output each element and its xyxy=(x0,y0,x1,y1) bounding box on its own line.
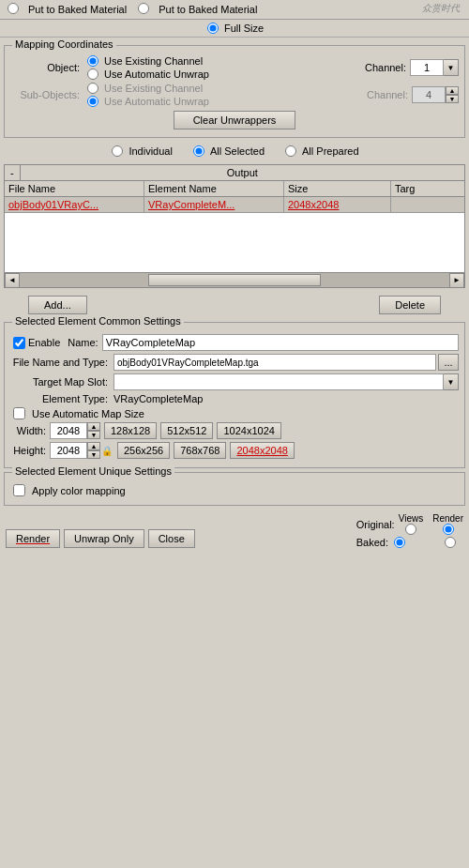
unique-settings-title: Selected Element Unique Settings xyxy=(12,465,174,477)
output-collapse-btn[interactable]: - xyxy=(5,165,20,180)
channel-down2[interactable]: ▼ xyxy=(446,95,459,103)
add-button[interactable]: Add... xyxy=(28,296,87,314)
all-prepared-option: All Prepared xyxy=(283,145,359,157)
enable-checkbox[interactable] xyxy=(13,337,25,349)
output-section: - Output File Name Element Name Size Tar… xyxy=(4,164,465,288)
name-input[interactable] xyxy=(102,334,459,351)
use-existing-radio2[interactable] xyxy=(87,83,98,94)
all-selected-radio[interactable] xyxy=(193,145,204,157)
filename-input[interactable] xyxy=(113,354,436,371)
mapping-coordinates-section: Mapping Coordinates Object: Use Existing… xyxy=(4,45,465,138)
element-type-row: Element Type: VRayCompleteMap xyxy=(10,393,459,404)
full-size-radio[interactable] xyxy=(207,23,219,34)
channel-up2[interactable]: ▲ xyxy=(446,86,459,95)
size-128x128[interactable]: 128x128 xyxy=(104,422,157,439)
baked-material-label2: Put to Baked Material xyxy=(159,4,257,15)
radio-baked2 xyxy=(136,3,151,16)
filename-value: objBody01VRayC... xyxy=(8,199,98,210)
size-256x256[interactable]: 256x256 xyxy=(117,442,170,459)
views-render-section: Original: Views Render Baked: xyxy=(356,513,463,548)
target-map-label: Target Map Slot: xyxy=(10,376,113,388)
render-label: Render xyxy=(432,513,463,524)
channel-box1: Channel: 1 ▼ xyxy=(365,59,459,76)
individual-radio[interactable] xyxy=(112,145,123,157)
channel-arrow1[interactable]: ▼ xyxy=(444,59,459,76)
baked-label: Baked: xyxy=(356,537,388,548)
size-1024x1024[interactable]: 1024x1024 xyxy=(217,422,280,439)
size-512x512[interactable]: 512x512 xyxy=(160,422,213,439)
use-existing-channel-row2: Use Existing Channel xyxy=(85,83,367,94)
height-up[interactable]: ▲ xyxy=(87,442,100,450)
channel-spinner2: ▲ ▼ xyxy=(446,86,459,103)
render-button[interactable]: Render xyxy=(6,529,60,548)
width-up[interactable]: ▲ xyxy=(87,422,100,431)
horizontal-scrollbar[interactable]: ◄ ► xyxy=(4,273,465,288)
height-down[interactable]: ▼ xyxy=(87,450,100,459)
width-label: Width: xyxy=(10,425,50,436)
clear-unwrappers-wrap: Clear Unwrappers xyxy=(10,111,459,129)
row-filename: objBody01VRayC... xyxy=(5,197,144,212)
individual-option: Individual xyxy=(110,145,172,157)
original-render-radio[interactable] xyxy=(443,524,454,535)
auto-map-size-row: Use Automatic Map Size xyxy=(10,407,459,419)
watermark: 众赏时代 xyxy=(422,2,460,15)
col-elementname: Element Name xyxy=(144,181,284,196)
clear-unwrappers-button[interactable]: Clear Unwrappers xyxy=(174,111,296,129)
original-label: Original: xyxy=(356,519,395,530)
auto-map-size-label: Use Automatic Map Size xyxy=(32,408,144,419)
enable-label: Enable xyxy=(28,337,60,348)
unwrap-only-button[interactable]: Unwrap Only xyxy=(64,529,144,548)
row-elementname: VRayCompleteM... xyxy=(144,197,284,212)
row-target xyxy=(391,197,464,212)
channel-label1: Channel: xyxy=(365,62,406,73)
apply-color-row: Apply color mapping xyxy=(10,484,459,496)
width-input[interactable] xyxy=(50,422,87,439)
all-prepared-radio[interactable] xyxy=(285,145,296,157)
selection-row: Individual All Selected All Prepared xyxy=(0,142,469,160)
file-browse-button[interactable]: ... xyxy=(438,354,459,371)
apply-color-checkbox[interactable] xyxy=(13,484,25,496)
all-selected-label: All Selected xyxy=(210,145,265,157)
object-row: Object: Use Existing Channel Use Automat… xyxy=(10,55,459,80)
baked-views-radio[interactable] xyxy=(394,537,405,548)
scroll-thumb[interactable] xyxy=(148,274,320,286)
use-automatic-radio2[interactable] xyxy=(87,96,98,107)
channel-input2[interactable]: 4 xyxy=(412,86,446,103)
use-automatic-label2: Use Automatic Unwrap xyxy=(104,96,209,107)
use-existing-channel-row1: Use Existing Channel xyxy=(85,55,365,67)
channel-input1[interactable]: 1 xyxy=(410,59,444,76)
scroll-left-button[interactable]: ◄ xyxy=(5,273,20,288)
output-header: - Output xyxy=(4,164,465,181)
lock-icon[interactable]: 🔒 xyxy=(100,442,113,459)
use-existing-radio1[interactable] xyxy=(87,55,98,67)
target-map-dropdown[interactable] xyxy=(113,373,444,390)
table-row[interactable]: objBody01VRayC... VRayCompleteM... 2048x… xyxy=(5,197,464,213)
size-768x768[interactable]: 768x768 xyxy=(174,442,226,459)
enable-name-row: Enable Name: xyxy=(10,334,459,351)
filename-label: File Name and Type: xyxy=(10,357,113,368)
scroll-track[interactable] xyxy=(20,273,449,287)
target-map-row: Target Map Slot: ▼ xyxy=(10,373,459,390)
use-automatic-radio1[interactable] xyxy=(87,69,98,80)
bottom-buttons: Render Unwrap Only Close xyxy=(6,529,195,548)
common-settings-title: Selected Element Common Settings xyxy=(12,315,184,327)
scroll-right-button[interactable]: ► xyxy=(449,273,464,288)
unique-settings-section: Selected Element Unique Settings Apply c… xyxy=(4,472,465,506)
close-button[interactable]: Close xyxy=(148,529,195,548)
bottom-bar: Render Unwrap Only Close Original: Views… xyxy=(0,510,469,552)
full-size-label: Full Size xyxy=(224,23,264,34)
width-row: Width: ▲ ▼ 128x128 512x512 1024x1024 xyxy=(10,422,459,439)
filename-row: File Name and Type: ... xyxy=(10,354,459,371)
width-down[interactable]: ▼ xyxy=(87,431,100,439)
size-value: 2048x2048 xyxy=(288,199,339,210)
target-map-arrow[interactable]: ▼ xyxy=(444,373,459,390)
height-input[interactable] xyxy=(50,442,87,459)
delete-button[interactable]: Delete xyxy=(379,296,441,314)
add-delete-row: Add... Delete xyxy=(0,292,469,318)
baked-material-label1: Put to Baked Material xyxy=(28,4,127,15)
auto-map-size-checkbox[interactable] xyxy=(13,407,25,419)
height-row: Height: ▲ ▼ 🔒 256x256 768x768 2048x2048 xyxy=(10,442,459,459)
size-2048x2048[interactable]: 2048x2048 xyxy=(230,442,294,459)
baked-render-radio[interactable] xyxy=(445,537,456,548)
original-views-radio[interactable] xyxy=(405,524,416,535)
